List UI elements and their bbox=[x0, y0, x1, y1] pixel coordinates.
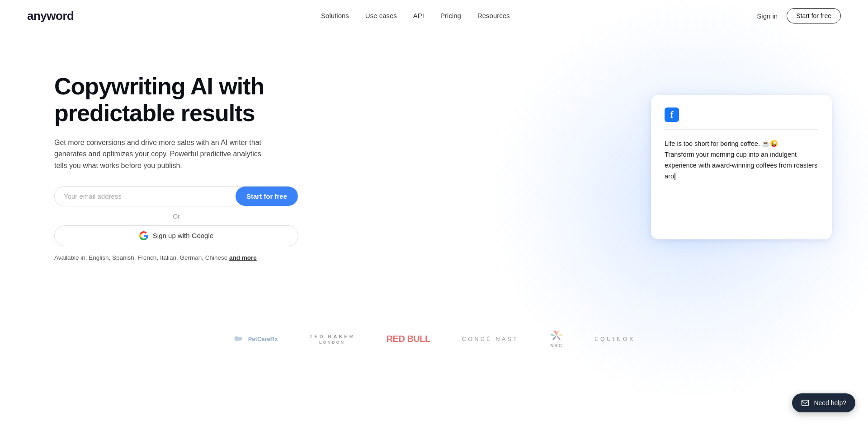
hero-section: Copywriting AI with predictable results … bbox=[0, 32, 868, 312]
logo-conde-nast: CONDÉ NAST bbox=[462, 336, 519, 342]
petcarerx-icon bbox=[233, 335, 245, 344]
or-divider: Or bbox=[54, 213, 298, 220]
email-row: Start for free bbox=[54, 186, 298, 206]
logo-nbc: NBC bbox=[550, 330, 563, 348]
and-more-link[interactable]: and more bbox=[229, 254, 257, 261]
nbc-peacock-icon bbox=[550, 330, 563, 341]
start-free-nav-button[interactable]: Start for free bbox=[787, 8, 841, 23]
trusted-logos-section: PetCareRx TED BAKER LONDON Red Bull COND… bbox=[0, 312, 868, 375]
hero-left: Copywriting AI with predictable results … bbox=[54, 73, 298, 261]
languages-text: Available in: English, Spanish, French, … bbox=[54, 254, 298, 261]
email-input[interactable] bbox=[55, 187, 236, 206]
logo-equinox: EQUINOX bbox=[594, 336, 635, 342]
facebook-icon: f bbox=[665, 107, 679, 122]
card-divider bbox=[665, 129, 818, 130]
google-btn-label: Sign up with Google bbox=[153, 232, 213, 239]
platform-icon: f bbox=[665, 107, 818, 122]
logo-tedbaker: TED BAKER LONDON bbox=[309, 334, 354, 345]
nav-links: Solutions Use cases API Pricing Resource… bbox=[321, 12, 510, 20]
hero-subtitle: Get more conversions and drive more sale… bbox=[54, 137, 262, 172]
sign-in-link[interactable]: Sign in bbox=[757, 12, 778, 20]
nav-solutions[interactable]: Solutions bbox=[321, 12, 349, 19]
text-cursor bbox=[675, 173, 675, 180]
start-free-button[interactable]: Start for free bbox=[236, 187, 298, 206]
nav-resources[interactable]: Resources bbox=[477, 12, 510, 19]
hero-title: Copywriting AI with predictable results bbox=[54, 73, 298, 126]
hero-right: f Life is too short for boring coffee. ☕… bbox=[651, 95, 832, 239]
logo-petcarerx: PetCareRx bbox=[233, 335, 278, 344]
mail-icon bbox=[801, 399, 809, 407]
nav-right: Sign in Start for free bbox=[757, 8, 841, 23]
need-help-widget[interactable]: Need help? bbox=[792, 393, 855, 412]
google-signup-button[interactable]: Sign up with Google bbox=[54, 225, 298, 246]
navigation: anyword Solutions Use cases API Pricing … bbox=[0, 0, 868, 32]
nav-api[interactable]: API bbox=[413, 12, 424, 19]
logo-redbull: Red Bull bbox=[387, 334, 430, 344]
card-preview-text: Life is too short for boring coffee. ☕😜 … bbox=[665, 139, 818, 182]
svg-rect-0 bbox=[802, 400, 809, 406]
logo: anyword bbox=[27, 9, 74, 23]
need-help-label: Need help? bbox=[814, 399, 846, 406]
nav-pricing[interactable]: Pricing bbox=[440, 12, 461, 19]
nav-use-cases[interactable]: Use cases bbox=[365, 12, 397, 19]
google-icon bbox=[139, 231, 148, 240]
preview-card: f Life is too short for boring coffee. ☕… bbox=[651, 95, 832, 239]
